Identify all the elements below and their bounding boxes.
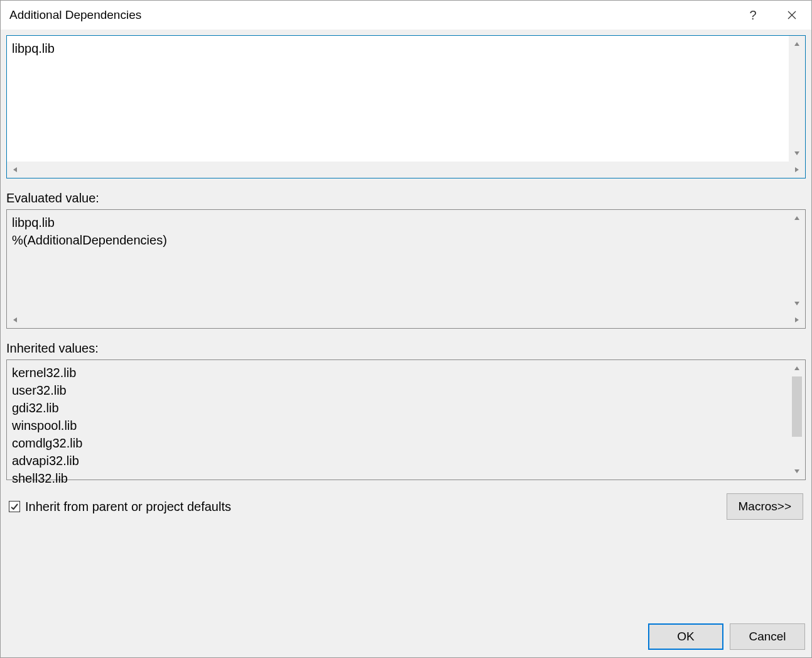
dependencies-editor-group: libpq.lib bbox=[6, 35, 806, 178]
chevron-up-icon bbox=[789, 36, 805, 52]
ok-button[interactable]: OK bbox=[648, 623, 723, 650]
svg-marker-7 bbox=[794, 302, 799, 305]
inherited-values-label: Inherited values: bbox=[6, 341, 806, 356]
close-button[interactable] bbox=[772, 1, 811, 30]
footer-row: Inherit from parent or project defaults … bbox=[6, 489, 806, 524]
scrollbar-thumb[interactable] bbox=[792, 376, 802, 437]
inherit-checkbox[interactable] bbox=[9, 501, 20, 512]
content-area: libpq.lib Evaluated value: libpq.lib %(A… bbox=[1, 30, 811, 620]
help-button[interactable]: ? bbox=[734, 1, 772, 30]
inherited-values-list: kernel32.lib user32.lib gdi32.lib winspo… bbox=[7, 360, 789, 480]
checkmark-icon bbox=[10, 502, 19, 511]
evaluated-vertical-scrollbar[interactable] bbox=[789, 210, 805, 312]
chevron-down-icon bbox=[789, 463, 805, 480]
chevron-down-icon bbox=[789, 295, 805, 312]
inherit-checkbox-label: Inherit from parent or project defaults bbox=[25, 500, 231, 514]
evaluated-horizontal-scrollbar[interactable] bbox=[7, 312, 805, 328]
svg-marker-8 bbox=[13, 317, 17, 322]
dialog-title: Additional Dependencies bbox=[9, 8, 734, 22]
svg-marker-11 bbox=[794, 469, 799, 473]
macros-button[interactable]: Macros>> bbox=[727, 493, 803, 520]
inherited-vertical-scrollbar[interactable] bbox=[789, 360, 805, 480]
dialog-buttons-row: OK Cancel bbox=[1, 620, 811, 657]
chevron-right-icon bbox=[789, 312, 805, 328]
chevron-left-icon bbox=[7, 312, 23, 328]
evaluated-value-area: libpq.lib %(AdditionalDependencies) bbox=[7, 210, 805, 312]
svg-marker-2 bbox=[794, 42, 799, 46]
inherited-values-area: kernel32.lib user32.lib gdi32.lib winspo… bbox=[7, 360, 805, 480]
evaluated-value-text: libpq.lib %(AdditionalDependencies) bbox=[7, 210, 789, 312]
evaluated-value-group: libpq.lib %(AdditionalDependencies) bbox=[6, 209, 806, 329]
evaluated-value-label: Evaluated value: bbox=[6, 191, 806, 206]
close-icon bbox=[788, 11, 796, 19]
inherit-checkbox-wrap[interactable]: Inherit from parent or project defaults bbox=[9, 500, 231, 514]
titlebar: Additional Dependencies ? bbox=[1, 1, 811, 30]
svg-marker-4 bbox=[13, 167, 17, 172]
editor-horizontal-scrollbar[interactable] bbox=[7, 162, 805, 178]
svg-marker-6 bbox=[794, 216, 799, 220]
cancel-button[interactable]: Cancel bbox=[730, 623, 805, 650]
chevron-up-icon bbox=[789, 210, 805, 226]
dialog: Additional Dependencies ? libpq.lib Eval… bbox=[0, 0, 812, 658]
chevron-up-icon bbox=[789, 360, 805, 376]
dependencies-input[interactable]: libpq.lib bbox=[7, 36, 789, 162]
svg-marker-5 bbox=[795, 167, 799, 172]
chevron-down-icon bbox=[789, 145, 805, 162]
chevron-right-icon bbox=[789, 162, 805, 178]
inherited-values-group: kernel32.lib user32.lib gdi32.lib winspo… bbox=[6, 359, 806, 480]
chevron-left-icon bbox=[7, 162, 23, 178]
dependencies-editor-area: libpq.lib bbox=[7, 36, 805, 162]
svg-marker-9 bbox=[795, 317, 799, 322]
svg-marker-3 bbox=[794, 151, 799, 155]
svg-marker-10 bbox=[794, 366, 799, 370]
editor-vertical-scrollbar[interactable] bbox=[789, 36, 805, 162]
